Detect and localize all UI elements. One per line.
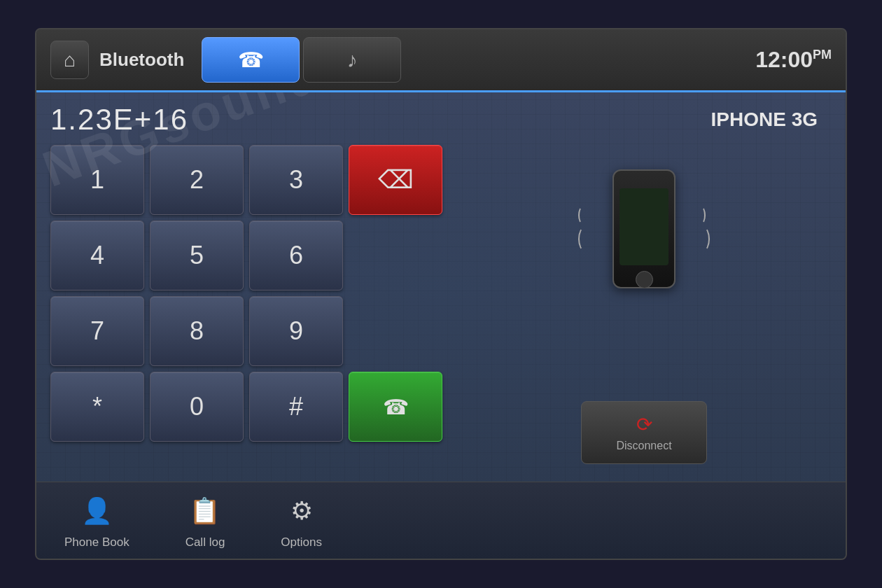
music-tab-icon: ♪ bbox=[347, 48, 358, 72]
phone-area: ⟳ Disconnect bbox=[456, 145, 832, 471]
phone-book-icon: 👤 bbox=[78, 491, 116, 530]
device-name: IPHONE 3G bbox=[711, 108, 818, 131]
dialed-number: 1.23E+16 bbox=[50, 103, 188, 136]
key-3[interactable]: 3 bbox=[249, 145, 343, 215]
options-icon: ⚙ bbox=[282, 491, 321, 530]
key-2[interactable]: 2 bbox=[150, 145, 244, 215]
disconnect-button[interactable]: ⟳ Disconnect bbox=[581, 401, 707, 464]
phone-tab-icon: ☎ bbox=[238, 48, 264, 72]
home-button[interactable]: ⌂ bbox=[50, 41, 89, 79]
call-icon: ☎ bbox=[383, 395, 409, 419]
key-star[interactable]: * bbox=[50, 372, 144, 442]
bottom-call-log[interactable]: 📋 Call log bbox=[186, 491, 225, 550]
signal-right bbox=[696, 206, 710, 252]
key-7[interactable]: 7 bbox=[50, 296, 144, 366]
phone-illustration bbox=[574, 152, 714, 306]
number-row: 1.23E+16 IPHONE 3G bbox=[50, 103, 832, 136]
wave-arc-left-1 bbox=[578, 206, 587, 224]
disconnect-icon: ⟳ bbox=[636, 413, 652, 436]
key-4[interactable]: 4 bbox=[50, 220, 144, 290]
phone-screen bbox=[620, 188, 668, 265]
call-log-label: Call log bbox=[186, 536, 225, 550]
bottom-phone-book[interactable]: 👤 Phone Book bbox=[64, 491, 130, 550]
tab-music[interactable]: ♪ bbox=[303, 37, 401, 83]
key-9[interactable]: 9 bbox=[249, 296, 343, 366]
key-0[interactable]: 0 bbox=[150, 372, 244, 442]
clock-time: 12:00 bbox=[755, 47, 813, 72]
keypad: 1 2 3 ⌫ 4 5 6 7 8 9 bbox=[50, 145, 442, 471]
main-content: 1.23E+16 IPHONE 3G 1 2 3 ⌫ bbox=[36, 92, 846, 482]
key-6[interactable]: 6 bbox=[249, 220, 343, 290]
tab-group: ☎ ♪ bbox=[202, 37, 745, 83]
signal-left bbox=[578, 206, 592, 252]
clock-display: 12:00PM bbox=[755, 47, 832, 73]
tab-phone[interactable]: ☎ bbox=[202, 37, 300, 83]
phone-device bbox=[612, 169, 676, 288]
clock-period: PM bbox=[813, 48, 832, 62]
key-call[interactable]: ☎ bbox=[349, 372, 442, 442]
main-area: NRGsound 1.23E+16 IPHONE 3G 1 2 3 ⌫ bbox=[36, 92, 846, 482]
key-hash[interactable]: # bbox=[249, 372, 343, 442]
keypad-grid: 1 2 3 ⌫ 4 5 6 7 8 9 bbox=[50, 145, 442, 442]
header: ⌂ Bluetooth ☎ ♪ 12:00PM bbox=[36, 29, 846, 92]
home-icon: ⌂ bbox=[64, 49, 76, 71]
key-delete[interactable]: ⌫ bbox=[349, 145, 442, 215]
content-area: 1 2 3 ⌫ 4 5 6 7 8 9 bbox=[50, 145, 832, 471]
wave-arc-left-2 bbox=[578, 227, 591, 251]
phone-home-button bbox=[636, 271, 653, 288]
call-log-icon: 📋 bbox=[186, 491, 224, 530]
key-1[interactable]: 1 bbox=[50, 145, 144, 215]
bottom-options[interactable]: ⚙ Options bbox=[281, 491, 322, 550]
wave-arc-right-2 bbox=[697, 227, 710, 251]
disconnect-label: Disconnect bbox=[616, 440, 671, 452]
wave-arc-right-1 bbox=[697, 206, 706, 224]
bottom-bar: 👤 Phone Book 📋 Call log ⚙ Options bbox=[36, 482, 846, 559]
page-title: Bluetooth bbox=[99, 49, 184, 71]
key-8[interactable]: 8 bbox=[150, 296, 244, 366]
options-label: Options bbox=[281, 536, 322, 550]
backspace-icon: ⌫ bbox=[378, 165, 414, 195]
key-5[interactable]: 5 bbox=[150, 220, 244, 290]
phone-book-label: Phone Book bbox=[64, 536, 130, 550]
